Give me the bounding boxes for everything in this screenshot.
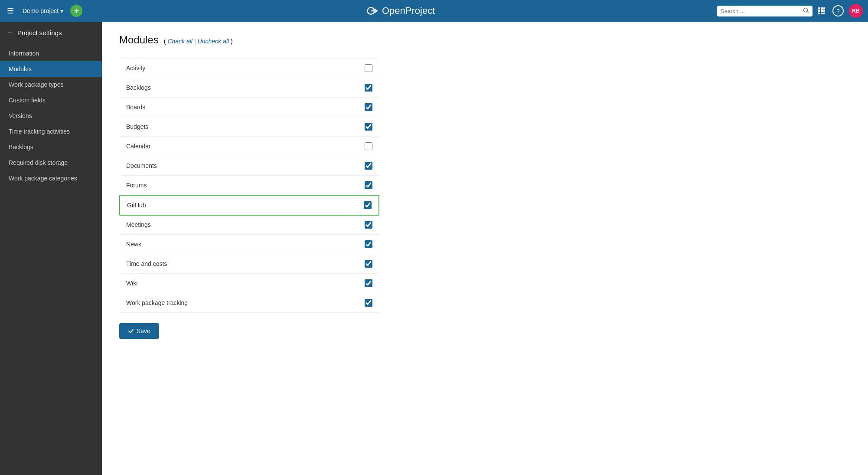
module-checkbox-wiki[interactable] bbox=[365, 279, 372, 287]
close-paren: ) bbox=[231, 38, 233, 45]
module-row-meetings: Meetings bbox=[119, 215, 379, 235]
module-row-activity: Activity bbox=[119, 58, 379, 78]
link-separator: | bbox=[194, 38, 196, 45]
nav-left: ☰ Demo project ▾ + bbox=[5, 4, 82, 17]
svg-rect-6 bbox=[821, 10, 823, 12]
svg-rect-10 bbox=[823, 13, 825, 14]
module-name-news: News bbox=[126, 241, 141, 248]
sidebar-back-button[interactable]: ← bbox=[7, 29, 14, 36]
svg-rect-2 bbox=[818, 7, 820, 10]
sidebar-item-custom-fields[interactable]: Custom fields bbox=[0, 92, 102, 108]
help-icon: ? bbox=[832, 5, 844, 16]
module-name-work-package-tracking: Work package tracking bbox=[126, 299, 188, 306]
svg-point-0 bbox=[804, 8, 808, 12]
logo: OpenProject bbox=[365, 5, 435, 16]
module-checkbox-documents[interactable] bbox=[365, 162, 372, 170]
module-row-backlogs: Backlogs bbox=[119, 78, 379, 98]
project-arrow-icon: ▾ bbox=[60, 7, 63, 14]
logo-icon bbox=[365, 6, 379, 16]
module-checkbox-budgets[interactable] bbox=[365, 123, 372, 131]
save-section: Save bbox=[119, 323, 851, 339]
grid-menu-button[interactable] bbox=[816, 5, 827, 16]
module-row-wiki: Wiki bbox=[119, 274, 379, 293]
page-title: Modules bbox=[119, 34, 159, 46]
svg-rect-5 bbox=[818, 10, 820, 12]
sidebar-item-work-package-types[interactable]: Work package types bbox=[0, 77, 102, 92]
module-checkbox-meetings[interactable] bbox=[365, 221, 372, 229]
nav-right: ? RB bbox=[717, 3, 863, 18]
module-checkbox-boards[interactable] bbox=[365, 103, 372, 111]
main-layout: ← Project settings InformationModulesWor… bbox=[0, 22, 868, 475]
module-name-documents: Documents bbox=[126, 162, 157, 169]
nav-center: OpenProject bbox=[87, 5, 713, 16]
module-checkbox-work-package-tracking[interactable] bbox=[365, 299, 372, 307]
module-row-time-and-costs: Time and costs bbox=[119, 254, 379, 274]
svg-rect-8 bbox=[818, 13, 820, 14]
sidebar-item-work-package-categories[interactable]: Work package categories bbox=[0, 170, 102, 186]
module-row-calendar: Calendar bbox=[119, 137, 379, 156]
project-selector[interactable]: Demo project ▾ bbox=[19, 6, 67, 16]
sidebar-header-label: Project settings bbox=[17, 29, 62, 36]
module-name-time-and-costs: Time and costs bbox=[126, 260, 167, 267]
search-box bbox=[717, 6, 813, 16]
header-links: ( Check all | Uncheck all ) bbox=[164, 38, 233, 45]
search-icon-button[interactable] bbox=[803, 7, 809, 15]
module-list: ActivityBacklogsBoardsBudgetsCalendarDoc… bbox=[119, 58, 379, 313]
module-name-budgets: Budgets bbox=[126, 123, 148, 130]
module-name-github: GitHub bbox=[127, 202, 146, 209]
svg-rect-7 bbox=[823, 10, 825, 12]
logo-text: OpenProject bbox=[382, 5, 435, 16]
save-label: Save bbox=[137, 328, 150, 334]
module-checkbox-backlogs[interactable] bbox=[365, 84, 372, 92]
svg-rect-9 bbox=[821, 13, 823, 14]
grid-icon bbox=[818, 7, 826, 15]
module-row-forums: Forums bbox=[119, 176, 379, 195]
sidebar-item-time-tracking-activities[interactable]: Time tracking activities bbox=[0, 124, 102, 139]
module-checkbox-activity[interactable] bbox=[365, 64, 372, 72]
module-checkbox-github[interactable] bbox=[364, 201, 372, 209]
sidebar-nav: InformationModulesWork package typesCust… bbox=[0, 42, 102, 190]
module-name-backlogs: Backlogs bbox=[126, 84, 151, 91]
module-row-news: News bbox=[119, 235, 379, 254]
search-input[interactable] bbox=[721, 8, 800, 14]
module-row-work-package-tracking: Work package tracking bbox=[119, 293, 379, 313]
save-check-icon bbox=[128, 328, 134, 334]
module-name-boards: Boards bbox=[126, 104, 145, 111]
top-nav: ☰ Demo project ▾ + OpenProject bbox=[0, 0, 868, 22]
svg-line-1 bbox=[807, 11, 809, 13]
user-avatar-button[interactable]: RB bbox=[849, 4, 863, 18]
add-project-button[interactable]: + bbox=[70, 5, 82, 17]
project-name: Demo project bbox=[23, 7, 59, 14]
hamburger-button[interactable]: ☰ bbox=[5, 4, 16, 17]
module-name-meetings: Meetings bbox=[126, 221, 151, 228]
help-button[interactable]: ? bbox=[831, 3, 845, 18]
sidebar-item-versions[interactable]: Versions bbox=[0, 108, 102, 124]
module-row-budgets: Budgets bbox=[119, 117, 379, 137]
sidebar-item-required-disk-storage[interactable]: Required disk storage bbox=[0, 155, 102, 170]
check-all-link[interactable]: Check all bbox=[167, 38, 193, 45]
module-checkbox-forums[interactable] bbox=[365, 181, 372, 189]
sidebar-item-modules[interactable]: Modules bbox=[0, 61, 102, 77]
content-area: Modules ( Check all | Uncheck all ) Acti… bbox=[102, 22, 868, 475]
module-row-boards: Boards bbox=[119, 98, 379, 117]
module-row-github: GitHub bbox=[119, 195, 379, 216]
module-name-calendar: Calendar bbox=[126, 143, 151, 150]
module-row-documents: Documents bbox=[119, 156, 379, 176]
svg-rect-3 bbox=[821, 7, 823, 10]
uncheck-all-link[interactable]: Uncheck all bbox=[198, 38, 229, 45]
open-paren: ( bbox=[164, 38, 166, 45]
module-checkbox-news[interactable] bbox=[365, 240, 372, 248]
module-checkbox-time-and-costs[interactable] bbox=[365, 260, 372, 268]
sidebar: ← Project settings InformationModulesWor… bbox=[0, 22, 102, 475]
module-name-wiki: Wiki bbox=[126, 280, 137, 287]
sidebar-item-backlogs[interactable]: Backlogs bbox=[0, 139, 102, 155]
module-name-activity: Activity bbox=[126, 65, 145, 72]
module-name-forums: Forums bbox=[126, 182, 147, 189]
svg-rect-4 bbox=[823, 7, 825, 10]
module-checkbox-calendar[interactable] bbox=[365, 142, 372, 150]
search-icon bbox=[803, 7, 809, 13]
page-header: Modules ( Check all | Uncheck all ) bbox=[119, 34, 851, 46]
sidebar-header: ← Project settings bbox=[0, 22, 102, 42]
sidebar-item-information[interactable]: Information bbox=[0, 46, 102, 61]
save-button[interactable]: Save bbox=[119, 323, 159, 339]
